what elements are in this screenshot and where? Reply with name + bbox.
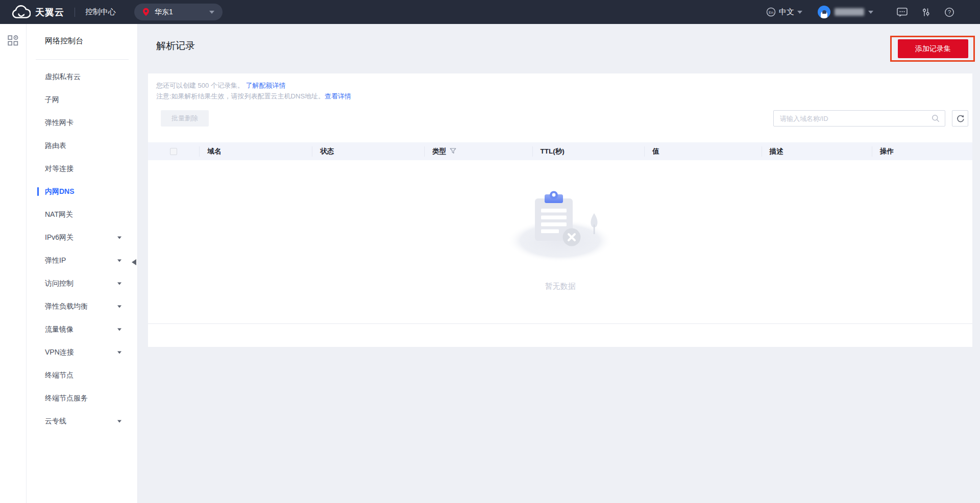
sidebar-item-elastic-nic[interactable]: 弹性网卡 — [27, 111, 137, 134]
table-toolbar: 批量删除 — [148, 110, 972, 127]
chevron-down-icon — [117, 305, 121, 308]
sidebar-item-peering[interactable]: 对等连接 — [27, 157, 137, 180]
svg-text:?: ? — [948, 9, 951, 15]
sidebar-item-cloud-express[interactable]: 云专线 — [27, 410, 137, 433]
feedback-chat-icon[interactable] — [897, 7, 908, 17]
sidebar-nav: 虚拟私有云 子网 弹性网卡 路由表 对等连接 内网DNS NAT网关 IPv6网… — [27, 60, 137, 433]
sidebar: 网络控制台 虚拟私有云 子网 弹性网卡 路由表 对等连接 内网DNS NAT网关… — [27, 24, 138, 503]
table-header-row: 域名 状态 类型 TTL(秒) 值 描述 操作 — [148, 142, 972, 160]
sidebar-item-ipv6-gateway[interactable]: IPv6网关 — [27, 226, 137, 249]
location-pin-icon — [142, 8, 150, 16]
select-all-checkbox[interactable] — [170, 148, 177, 155]
chevron-down-icon — [117, 328, 121, 331]
filter-funnel-icon[interactable] — [450, 148, 456, 155]
app-launcher-strip — [0, 24, 27, 503]
empty-state: 暂无数据 — [148, 160, 972, 323]
brand-logo[interactable]: 天翼云 — [11, 5, 64, 19]
page-title: 解析记录 — [156, 39, 195, 53]
search-box — [773, 110, 945, 127]
sidebar-item-subnet[interactable]: 子网 — [27, 88, 137, 111]
sidebar-title: 网络控制台 — [27, 36, 137, 46]
column-header-status: 状态 — [312, 146, 424, 157]
region-selector[interactable]: 华东1 — [134, 4, 223, 20]
select-all-cell — [148, 146, 199, 157]
column-header-value: 值 — [644, 146, 761, 157]
svg-text:En: En — [769, 10, 773, 15]
sidebar-item-endpoint[interactable]: 终端节点 — [27, 364, 137, 387]
chevron-down-icon — [117, 282, 121, 285]
sidebar-collapse-arrow-icon[interactable] — [132, 259, 136, 265]
main-content: 解析记录 添加记录集 您还可以创建 500 个记录集。 了解配额详情 注意:如果… — [138, 24, 980, 503]
quota-details-link[interactable]: 了解配额详情 — [246, 82, 286, 89]
search-input[interactable] — [780, 115, 932, 122]
chevron-down-icon — [117, 259, 121, 262]
console-center-link[interactable]: 控制中心 — [85, 7, 116, 17]
avatar — [818, 6, 830, 18]
annotation-highlight: 添加记录集 — [890, 36, 975, 62]
chevron-down-icon — [868, 11, 873, 14]
user-menu[interactable] — [818, 6, 873, 18]
refresh-icon — [956, 114, 965, 123]
sidebar-item-vpc[interactable]: 虚拟私有云 — [27, 65, 137, 88]
settings-sliders-icon[interactable] — [921, 7, 931, 17]
cloud-logo-icon — [11, 5, 31, 19]
language-selector[interactable]: En 中文 — [766, 7, 802, 17]
column-header-description: 描述 — [762, 146, 872, 157]
apps-grid-icon[interactable] — [8, 35, 18, 503]
chevron-down-icon — [117, 236, 121, 239]
username — [835, 8, 864, 16]
language-globe-icon: En — [766, 7, 776, 17]
sidebar-item-endpoint-service[interactable]: 终端节点服务 — [27, 387, 137, 410]
chevron-down-icon — [209, 11, 214, 14]
view-details-link[interactable]: 查看详情 — [325, 92, 351, 100]
brand-name: 天翼云 — [35, 6, 64, 18]
add-recordset-button[interactable]: 添加记录集 — [898, 39, 968, 58]
sidebar-item-route-table[interactable]: 路由表 — [27, 134, 137, 157]
topbar: 天翼云 控制中心 华东1 En 中文 — [0, 0, 980, 24]
empty-state-text: 暂无数据 — [545, 282, 576, 291]
chevron-down-icon — [117, 420, 121, 422]
region-label: 华东1 — [155, 8, 173, 17]
column-header-type: 类型 — [424, 146, 532, 157]
column-header-ttl: TTL(秒) — [532, 146, 645, 157]
sidebar-item-traffic-mirror[interactable]: 流量镜像 — [27, 318, 137, 341]
batch-delete-button[interactable]: 批量删除 — [161, 110, 209, 127]
chevron-down-icon — [117, 351, 121, 354]
search-icon[interactable] — [932, 114, 940, 122]
sidebar-item-elb[interactable]: 弹性负载均衡 — [27, 295, 137, 318]
sidebar-item-access-control[interactable]: 访问控制 — [27, 272, 137, 295]
sidebar-item-private-dns[interactable]: 内网DNS — [27, 180, 137, 203]
help-icon[interactable]: ? — [944, 7, 954, 17]
sidebar-item-elastic-ip[interactable]: 弹性IP — [27, 249, 137, 272]
content-panel: 您还可以创建 500 个记录集。 了解配额详情 注意:如果解析结果生效，请按列表… — [148, 73, 972, 347]
quota-notice: 您还可以创建 500 个记录集。 了解配额详情 注意:如果解析结果生效，请按列表… — [148, 73, 972, 102]
chevron-down-icon — [797, 11, 802, 14]
empty-clipboard-illustration — [505, 184, 615, 266]
column-header-domain: 域名 — [199, 146, 312, 157]
sidebar-item-nat-gateway[interactable]: NAT网关 — [27, 203, 137, 226]
panel-footer — [148, 323, 972, 347]
topbar-divider — [75, 8, 75, 17]
refresh-button[interactable] — [952, 110, 968, 127]
column-header-actions: 操作 — [872, 146, 972, 157]
sidebar-item-vpn[interactable]: VPN连接 — [27, 341, 137, 364]
language-label: 中文 — [779, 7, 794, 17]
